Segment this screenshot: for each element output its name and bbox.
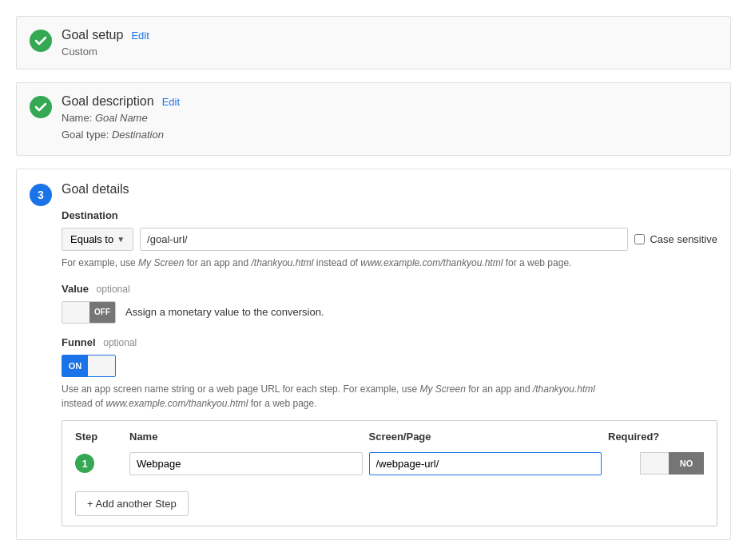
goal-description-edit-link[interactable]: Edit [162, 96, 180, 108]
goal-setup-title-row: Goal setup Edit [62, 28, 717, 42]
value-optional-tag: optional [97, 284, 130, 295]
goal-description-section: Goal description Edit Name: Goal Name Go… [16, 82, 731, 156]
goal-details-content: Goal details Destination Equals to ▼ Cas… [62, 182, 717, 526]
step-screen-input[interactable] [369, 452, 602, 475]
name-value: Goal Name [95, 112, 148, 124]
funnel-optional-tag: optional [103, 337, 137, 348]
value-label: Value optional [62, 283, 717, 295]
header-name: Name [129, 431, 363, 443]
name-cell [129, 452, 363, 475]
dropdown-arrow-icon: ▼ [117, 235, 125, 244]
goal-setup-check-icon [30, 30, 52, 52]
hint-text-1: For example, use [62, 257, 138, 268]
goal-setup-subtitle: Custom [62, 46, 717, 58]
hint-text-2: for an app and [184, 257, 251, 268]
funnel-hint-url2: www.example.com/thankyou.html [105, 398, 248, 409]
hint-url-1: /thankyou.html [251, 257, 313, 268]
header-screen: Screen/Page [369, 431, 602, 443]
funnel-hint-4: for a web page. [248, 398, 316, 409]
funnel-hint: Use an app screen name string or a web p… [62, 382, 717, 411]
step-name-input[interactable] [129, 452, 363, 475]
step-1-circle: 1 [75, 454, 94, 473]
case-sensitive-row: Case sensitive [634, 233, 717, 245]
destination-label: Destination [62, 209, 717, 221]
funnel-hint-1: Use an app screen name string or a web p… [62, 383, 419, 395]
funnel-hint-url: /thankyou.html [533, 383, 595, 395]
equals-to-dropdown[interactable]: Equals to ▼ [62, 228, 133, 251]
goal-description-check-icon [30, 96, 52, 118]
funnel-toggle-row: ON [62, 355, 717, 377]
req-toggle-no: NO [669, 452, 704, 475]
required-toggle[interactable]: NO [608, 452, 704, 475]
funnel-table: Step Name Screen/Page Required? 1 [62, 420, 717, 526]
table-row: 1 NO [75, 452, 704, 475]
funnel-table-header: Step Name Screen/Page Required? [75, 431, 704, 446]
hint-url-2: www.example.com/thankyou.html [360, 257, 503, 268]
funnel-hint-2: for an app and [466, 383, 533, 395]
value-toggle-left [62, 301, 89, 324]
goal-details-title: Goal details [62, 182, 717, 197]
goal-description-title: Goal description [62, 94, 154, 109]
case-sensitive-label: Case sensitive [650, 233, 717, 245]
hint-text-4: for a web page. [503, 257, 571, 268]
step-number-cell: 1 [75, 454, 123, 473]
destination-hint: For example, use My Screen for an app an… [62, 256, 717, 270]
destination-url-input[interactable] [140, 228, 628, 251]
goal-setup-edit-link[interactable]: Edit [131, 30, 149, 42]
value-toggle-right: OFF [89, 301, 115, 324]
name-label: Name: [62, 112, 92, 124]
screen-cell [369, 452, 602, 475]
hint-screen: My Screen [138, 257, 184, 268]
required-cell: NO [608, 452, 704, 475]
value-toggle[interactable]: OFF [62, 301, 116, 324]
equals-to-label: Equals to [70, 233, 113, 245]
goal-setup-content: Goal setup Edit Custom [62, 28, 717, 58]
goal-type-label: Goal type: [62, 129, 109, 141]
funnel-hint-3: instead of [62, 398, 105, 409]
goal-details-number-icon: 3 [30, 184, 52, 206]
header-required: Required? [608, 431, 704, 443]
funnel-toggle[interactable]: ON [62, 355, 116, 377]
goal-setup-section: Goal setup Edit Custom [16, 16, 731, 70]
goal-type-value: Destination [112, 129, 164, 141]
add-step-button[interactable]: + Add another Step [75, 491, 189, 516]
value-description: Assign a monetary value to the conversio… [125, 306, 324, 318]
value-toggle-row: OFF Assign a monetary value to the conve… [62, 301, 717, 324]
funnel-toggle-on: ON [62, 355, 88, 377]
goal-details-section: 3 Goal details Destination Equals to ▼ C… [16, 169, 731, 540]
req-toggle-left [640, 452, 669, 475]
funnel-hint-screen: My Screen [419, 383, 465, 395]
goal-setup-title: Goal setup [62, 28, 123, 42]
goal-description-title-row: Goal description Edit [62, 94, 717, 109]
goal-description-content: Goal description Edit Name: Goal Name Go… [62, 94, 717, 144]
destination-row: Equals to ▼ Case sensitive [62, 228, 717, 251]
funnel-label: Funnel optional [62, 336, 717, 348]
goal-description-meta: Name: Goal Name Goal type: Destination [62, 110, 717, 144]
header-step: Step [75, 431, 123, 443]
hint-text-3: instead of [314, 257, 361, 268]
funnel-toggle-off [88, 355, 115, 377]
case-sensitive-checkbox[interactable] [634, 234, 645, 244]
